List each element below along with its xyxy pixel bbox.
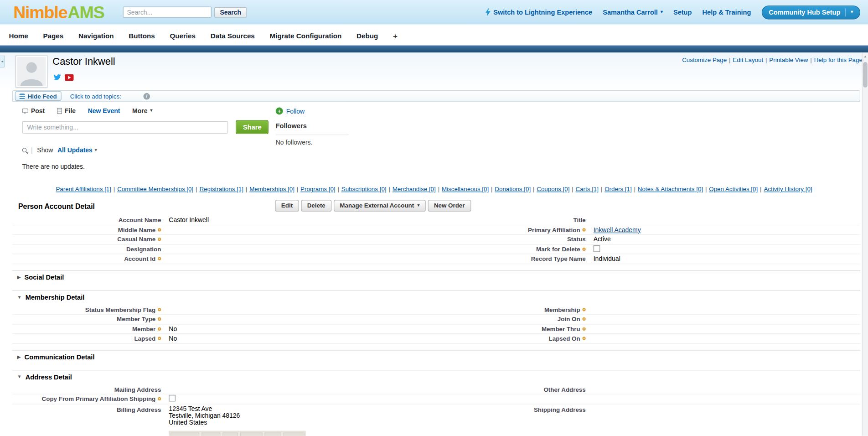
- section-communication-detail[interactable]: ▶ Communication Detail: [12, 350, 860, 363]
- related-link[interactable]: Orders [1]: [604, 186, 631, 192]
- new-order-button[interactable]: New Order: [428, 200, 471, 212]
- mark-for-delete-checkbox[interactable]: [594, 245, 600, 252]
- field-label-text: Membership: [544, 306, 580, 313]
- nav-tab[interactable]: Migrate Configuration: [270, 32, 342, 40]
- field-label-text: Mailing Address: [114, 386, 161, 393]
- follow-button[interactable]: Follow: [286, 108, 305, 114]
- related-link[interactable]: Programs [0]: [300, 186, 335, 192]
- nav-tab[interactable]: Debug: [356, 32, 378, 40]
- follow-column: + Follow Followers No followers.: [276, 108, 349, 146]
- feed-filter-dropdown[interactable]: All Updates ▾: [57, 147, 97, 154]
- field-help-icon[interactable]: [582, 317, 585, 321]
- related-link-count: [1]: [592, 186, 599, 192]
- nav-tab[interactable]: Pages: [43, 32, 63, 40]
- user-menu[interactable]: Samantha Carroll ▾: [603, 8, 663, 16]
- vertical-scrollbar[interactable]: ▲: [862, 52, 868, 436]
- related-link[interactable]: Coupons [0]: [537, 186, 569, 192]
- related-link[interactable]: Merchandise [0]: [393, 186, 436, 192]
- related-link[interactable]: Carts [1]: [576, 186, 599, 192]
- field-help-icon[interactable]: [158, 257, 161, 260]
- field-help-icon[interactable]: [158, 317, 161, 321]
- field-help-icon[interactable]: [158, 397, 161, 400]
- switch-to-lightning-link[interactable]: Switch to Lightning Experience: [486, 8, 592, 16]
- field-help-icon[interactable]: [158, 228, 161, 231]
- field-help-icon[interactable]: [582, 308, 585, 311]
- search-icon[interactable]: [22, 148, 27, 152]
- related-link[interactable]: Notes & Attachments [0]: [638, 186, 703, 192]
- more-menu[interactable]: More ▾: [132, 108, 152, 114]
- field-help-icon[interactable]: [158, 238, 161, 241]
- field-help-icon[interactable]: [582, 337, 585, 340]
- field-help-icon[interactable]: [158, 308, 161, 311]
- scroll-up-icon: ▲: [863, 55, 867, 58]
- nav-tab[interactable]: Queries: [170, 32, 196, 40]
- post-composer: Share: [22, 120, 860, 134]
- avatar[interactable]: [16, 55, 47, 87]
- help-training-link[interactable]: Help & Training: [703, 8, 751, 16]
- community-hub-setup-button[interactable]: Community Hub Setup ▾: [761, 5, 860, 19]
- field-help-icon[interactable]: [582, 247, 585, 250]
- related-link-label: Registrations: [199, 186, 235, 192]
- separator: |: [196, 186, 197, 192]
- separator: |: [337, 186, 339, 192]
- youtube-icon[interactable]: [65, 74, 73, 81]
- related-link[interactable]: Registrations [1]: [199, 186, 243, 192]
- header-links: Switch to Lightning Experience Samantha …: [486, 5, 860, 19]
- search-button[interactable]: Search: [214, 7, 247, 17]
- add-tab-button[interactable]: +: [393, 31, 398, 40]
- related-link-item: Donations [0]|: [495, 186, 537, 192]
- section-social-detail[interactable]: ▶ Social Detail: [12, 270, 860, 284]
- share-button[interactable]: Share: [236, 120, 269, 134]
- field-help-icon[interactable]: [158, 327, 161, 330]
- add-topics-link[interactable]: Click to add topics:: [70, 93, 121, 99]
- nav-tab[interactable]: Data Sources: [211, 32, 255, 40]
- app-window: NimbleAMS Search Switch to Lightning Exp…: [0, 0, 868, 436]
- related-link[interactable]: Open Activities [0]: [709, 186, 758, 192]
- related-link-label: Coupons: [537, 186, 561, 192]
- section-address-detail[interactable]: ▼ Address Detail: [12, 370, 860, 384]
- collapse-arrow-icon: ◄: [0, 60, 4, 63]
- hide-feed-button[interactable]: Hide Feed: [15, 91, 61, 101]
- twitter-icon[interactable]: [53, 74, 62, 81]
- related-link[interactable]: Activity History [0]: [764, 186, 812, 192]
- related-link[interactable]: Miscellaneous [0]: [442, 186, 489, 192]
- primary-affiliation-link[interactable]: Inkwell Academy: [594, 226, 641, 233]
- related-link-item: Registrations [1]|: [199, 186, 249, 192]
- post-composer-input[interactable]: [22, 121, 228, 133]
- delete-button[interactable]: Delete: [301, 200, 331, 212]
- field-label: Copy From Primary Affiliation Shipping: [12, 395, 162, 402]
- setup-link[interactable]: Setup: [673, 8, 692, 16]
- related-link[interactable]: Committee Memberships [0]: [117, 186, 193, 192]
- sidebar-collapse-handle[interactable]: ◄: [0, 55, 5, 67]
- page-link[interactable]: Help for this Page: [814, 57, 863, 63]
- related-link[interactable]: Memberships [0]: [249, 186, 294, 192]
- billing-address-map[interactable]: Henson Ave: [169, 431, 305, 436]
- new-event-tab[interactable]: New Event: [88, 108, 120, 114]
- edit-button[interactable]: Edit: [275, 200, 299, 212]
- section-membership-detail[interactable]: ▼ Membership Detail: [12, 290, 860, 304]
- related-link[interactable]: Donations [0]: [495, 186, 531, 192]
- related-link[interactable]: Parent Affiliations [1]: [56, 186, 111, 192]
- global-search-input[interactable]: [123, 7, 212, 18]
- related-link[interactable]: Subscriptions [0]: [341, 186, 387, 192]
- scroll-up-button[interactable]: ▲: [863, 52, 868, 60]
- nav-tab[interactable]: Home: [9, 32, 28, 40]
- manage-external-account-button[interactable]: Manage External Account ▾: [334, 200, 426, 212]
- nimble-ams-logo: NimbleAMS: [13, 4, 104, 21]
- section-expanded-arrow-icon: ▼: [17, 295, 22, 300]
- field-help-icon[interactable]: [582, 327, 585, 330]
- nav-tab[interactable]: Navigation: [78, 32, 114, 40]
- field-help-icon[interactable]: [582, 228, 585, 231]
- file-tab[interactable]: File: [57, 108, 76, 114]
- field-help-icon[interactable]: [158, 337, 161, 340]
- page-link[interactable]: Customize Page: [682, 57, 727, 63]
- info-icon[interactable]: i: [143, 93, 150, 99]
- page-link[interactable]: Printable View: [769, 57, 808, 63]
- nav-tab[interactable]: Buttons: [129, 32, 155, 40]
- page-link[interactable]: Edit Layout: [733, 57, 763, 63]
- logo-nimble: Nimble: [13, 2, 67, 22]
- related-link-label: Subscriptions: [341, 186, 378, 192]
- scrollbar-thumb[interactable]: [863, 62, 868, 88]
- post-tab[interactable]: Post: [22, 108, 45, 114]
- copy-from-primary-affiliation-shipping-checkbox[interactable]: [169, 395, 176, 402]
